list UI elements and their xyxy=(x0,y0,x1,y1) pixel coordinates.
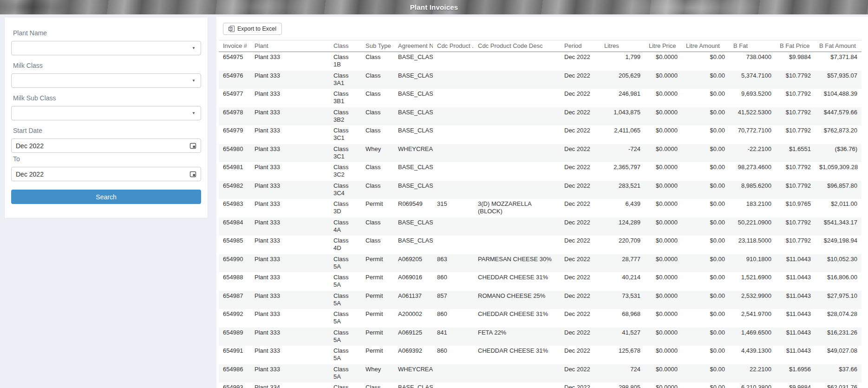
cell-litres: 40,214 xyxy=(600,272,645,291)
cell-sub-type: Class xyxy=(361,382,394,388)
column-header-plant[interactable]: Plant xyxy=(250,40,329,52)
column-header-agreement-number[interactable]: Agreement N... xyxy=(394,40,433,52)
cell-cdc-product-code xyxy=(433,181,474,199)
cell-b-fat: 183.2100 xyxy=(729,199,776,217)
cell-b-fat: 1,521.6900 xyxy=(729,272,776,291)
calendar-icon[interactable] xyxy=(189,142,196,149)
cell-litre-amount: $0.00 xyxy=(682,346,729,364)
cell-litres: 724 xyxy=(600,364,645,383)
table-row[interactable]: 654985Plant 333Class 4DClassBASE_CLASSDe… xyxy=(219,236,861,254)
column-header-b-fat-price[interactable]: B Fat Price xyxy=(776,40,815,52)
cell-b-fat-amount: $16,806.00 xyxy=(815,272,861,291)
cell-agreement-number: BASE_CLASS xyxy=(394,71,433,89)
table-row[interactable]: 654981Plant 333Class 3C2ClassBASE_CLASSD… xyxy=(219,162,861,181)
table-row[interactable]: 654987Plant 333Class 5APermitA061137857R… xyxy=(219,291,861,309)
calendar-icon[interactable] xyxy=(189,171,196,178)
table-row[interactable]: 654992Plant 333Class 5APermitA200002860C… xyxy=(219,309,861,328)
cell-period: Dec 2022 xyxy=(560,309,600,328)
cell-cdc-product-code-desc xyxy=(474,162,560,181)
column-header-sub-type[interactable]: Sub Type xyxy=(361,40,394,52)
cell-cdc-product-code xyxy=(433,162,474,181)
cell-class: Class 5A xyxy=(329,272,361,291)
start-date-input[interactable] xyxy=(16,142,187,150)
search-button[interactable]: Search xyxy=(11,190,201,204)
table-row[interactable]: 654983Plant 333Class 3DPermitR0695493153… xyxy=(219,199,861,217)
column-header-litre-amount[interactable]: Litre Amount xyxy=(682,40,729,52)
plant-name-select[interactable]: ▼ xyxy=(11,41,201,55)
milk-class-select[interactable]: ▼ xyxy=(11,73,201,88)
cell-sub-type: Class xyxy=(361,217,394,236)
column-header-litres[interactable]: Litres xyxy=(600,40,645,52)
cell-period: Dec 2022 xyxy=(560,162,600,181)
table-row[interactable]: 654990Plant 333Class 5APermitA069205863P… xyxy=(219,254,861,273)
cell-b-fat-amount: $447,579.66 xyxy=(815,107,861,126)
cell-b-fat: 6,210.3800 xyxy=(729,382,776,388)
cell-class: Class 4D xyxy=(329,236,361,254)
cell-class: Class 5A xyxy=(329,346,361,364)
cell-litres: 125,678 xyxy=(600,346,645,364)
cell-litre-price: $0.0000 xyxy=(645,364,682,383)
table-row[interactable]: 654979Plant 333Class 3C1ClassBASE_CLASSD… xyxy=(219,125,861,144)
milk-sub-class-select[interactable]: ▼ xyxy=(11,106,201,120)
table-row[interactable]: 654975Plant 333Class 1BClassBASE_CLASSDe… xyxy=(219,52,861,71)
column-header-class[interactable]: Class xyxy=(329,40,361,52)
cell-sub-type: Permit xyxy=(361,309,394,328)
cell-plant: Plant 333 xyxy=(250,254,329,273)
column-header-b-fat-amount[interactable]: B Fat Amount xyxy=(815,40,861,52)
cell-plant: Plant 333 xyxy=(250,199,329,217)
table-row[interactable]: 654982Plant 333Class 3C4ClassBASE_CLASSD… xyxy=(219,181,861,199)
cell-plant: Plant 333 xyxy=(250,217,329,236)
cell-plant: Plant 333 xyxy=(250,52,329,71)
cell-litre-price: $0.0000 xyxy=(645,291,682,309)
table-row[interactable]: 654993Plant 334Class 1A1ClassBASE_CLASSD… xyxy=(219,382,861,388)
column-header-invoice-number[interactable]: Invoice # xyxy=(219,40,250,52)
table-row[interactable]: 654988Plant 333Class 5APermitA069016860C… xyxy=(219,272,861,291)
to-date-label: To xyxy=(13,155,201,163)
column-header-cdc-product-code[interactable]: Cdc Product ... xyxy=(433,40,474,52)
cell-b-fat-amount: $96,857.80 xyxy=(815,181,861,199)
cell-b-fat-price: $9.9884 xyxy=(776,52,815,71)
cell-cdc-product-code: 841 xyxy=(433,328,474,346)
cell-invoice-number: 654990 xyxy=(219,254,250,273)
cell-b-fat-price: $10.7792 xyxy=(776,181,815,199)
cell-litre-amount: $0.00 xyxy=(682,254,729,273)
invoices-grid: x Export to Excel Invoice #PlantClassSub… xyxy=(216,17,868,388)
table-row[interactable]: 654989Plant 333Class 5APermitA069125841F… xyxy=(219,328,861,346)
to-date-input[interactable] xyxy=(16,171,187,178)
column-header-b-fat[interactable]: B Fat xyxy=(729,40,776,52)
cell-litres: 298,805 xyxy=(600,382,645,388)
cell-litres: 6,439 xyxy=(600,199,645,217)
column-header-litre-price[interactable]: Litre Price xyxy=(645,40,682,52)
column-header-cdc-product-code-desc[interactable]: Cdc Product Code Desc xyxy=(474,40,560,52)
cell-b-fat-amount: $104,488.39 xyxy=(815,89,861,107)
cell-b-fat-price: $11.0443 xyxy=(776,291,815,309)
cell-cdc-product-code-desc: CHEDDAR CHEESE 31% xyxy=(474,309,560,328)
cell-period: Dec 2022 xyxy=(560,217,600,236)
cell-b-fat-amount: $541,343.17 xyxy=(815,217,861,236)
cell-cdc-product-code xyxy=(433,125,474,144)
cell-b-fat-price: $10.7792 xyxy=(776,89,815,107)
column-header-period[interactable]: Period xyxy=(560,40,600,52)
cell-class: Class 3C2 xyxy=(329,162,361,181)
table-row[interactable]: 654991Plant 333Class 5APermitA069392860C… xyxy=(219,346,861,364)
table-row[interactable]: 654986Plant 333Class 5AWheyWHEYCREAMDec … xyxy=(219,364,861,383)
export-to-excel-button[interactable]: x Export to Excel xyxy=(223,23,282,35)
cell-cdc-product-code-desc xyxy=(474,125,560,144)
table-row[interactable]: 654978Plant 333Class 3B2ClassBASE_CLASSD… xyxy=(219,107,861,126)
cell-period: Dec 2022 xyxy=(560,364,600,383)
table-row[interactable]: 654984Plant 333Class 4AClassBASE_CLASSDe… xyxy=(219,217,861,236)
table-row[interactable]: 654980Plant 333Class 3C1WheyWHEYCREAMDec… xyxy=(219,144,861,163)
cell-cdc-product-code-desc: FETA 22% xyxy=(474,328,560,346)
cell-b-fat: 98,273.4600 xyxy=(729,162,776,181)
cell-period: Dec 2022 xyxy=(560,52,600,71)
cell-sub-type: Class xyxy=(361,181,394,199)
table-header-row: Invoice #PlantClassSub TypeAgreement N..… xyxy=(219,40,861,52)
excel-file-icon: x xyxy=(228,26,235,32)
cell-class: Class 3C1 xyxy=(329,144,361,163)
table-row[interactable]: 654976Plant 333Class 3A1ClassBASE_CLASSD… xyxy=(219,71,861,89)
cell-litre-amount: $0.00 xyxy=(682,125,729,144)
cell-litre-price: $0.0000 xyxy=(645,236,682,254)
table-row[interactable]: 654977Plant 333Class 3B1ClassBASE_CLASSD… xyxy=(219,89,861,107)
cell-cdc-product-code-desc xyxy=(474,107,560,126)
cell-invoice-number: 654993 xyxy=(219,382,250,388)
